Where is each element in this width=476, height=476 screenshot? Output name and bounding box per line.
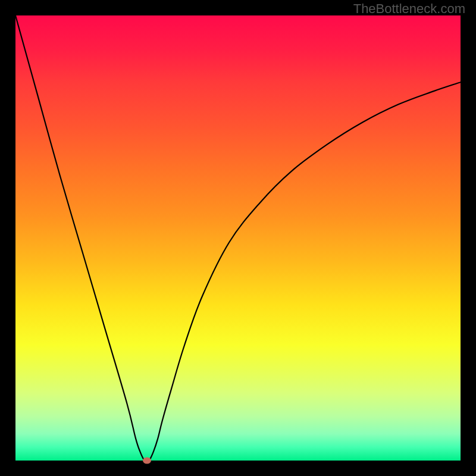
bottleneck-curve	[15, 15, 461, 461]
chart-plot-area	[15, 15, 461, 461]
watermark-text: TheBottleneck.com	[353, 1, 465, 17]
optimal-point-marker	[143, 458, 151, 464]
